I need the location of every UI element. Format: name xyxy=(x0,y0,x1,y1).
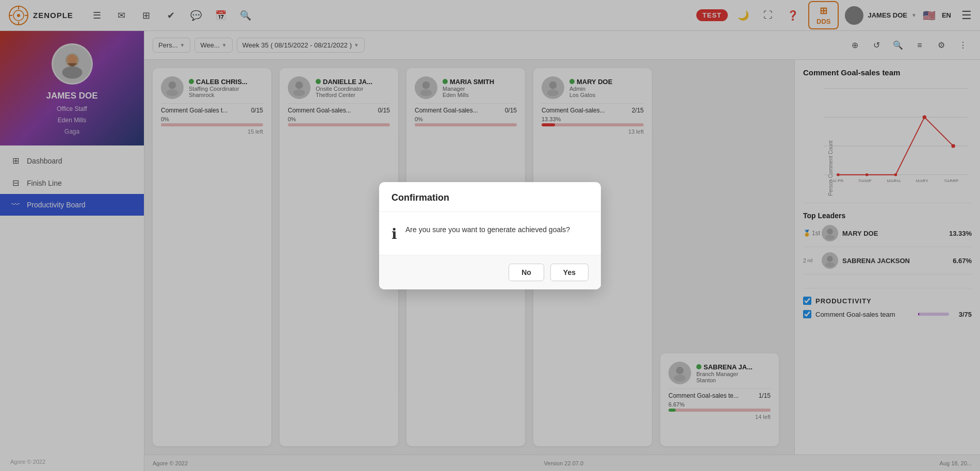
modal-header: Confirmation xyxy=(379,182,601,212)
confirmation-modal: Confirmation ℹ Are you sure you want to … xyxy=(379,182,601,289)
no-button[interactable]: No xyxy=(509,264,544,281)
modal-footer: No Yes xyxy=(379,255,601,289)
yes-button[interactable]: Yes xyxy=(550,264,589,281)
info-icon: ℹ xyxy=(391,225,397,242)
modal-message: Are you sure you want to generate achiev… xyxy=(405,224,570,235)
modal-body: ℹ Are you sure you want to generate achi… xyxy=(379,212,601,255)
modal-overlay: Confirmation ℹ Are you sure you want to … xyxy=(0,0,980,471)
